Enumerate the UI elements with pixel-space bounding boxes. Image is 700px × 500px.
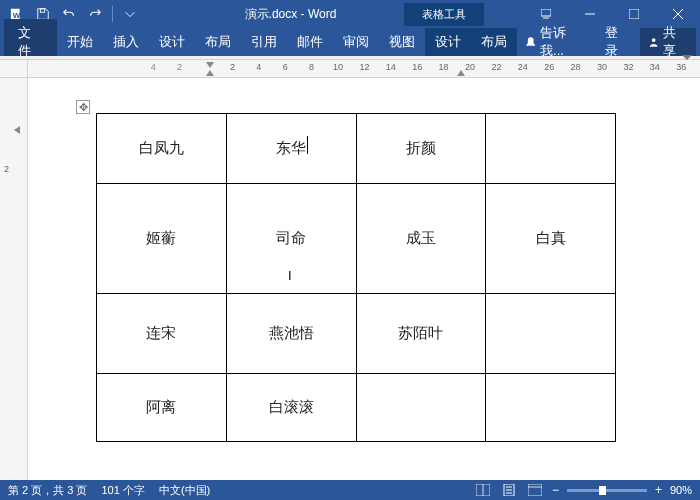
login-link[interactable]: 登录 (595, 24, 640, 60)
qat-customize-icon[interactable] (119, 3, 141, 25)
zoom-in-icon[interactable]: + (655, 483, 662, 497)
table-row: 阿离 白滚滚 (97, 374, 616, 442)
tab-review[interactable]: 审阅 (333, 28, 379, 56)
table-cell[interactable]: 白凤九 (97, 114, 227, 184)
table-cell[interactable]: 燕池悟 (226, 294, 356, 374)
table-cell[interactable]: 白滚滚 (226, 374, 356, 442)
word-count[interactable]: 101 个字 (101, 483, 144, 498)
document-table[interactable]: 白凤九 东华 折颜 姬蘅 司命 成玉 白真 连宋 燕池悟 苏陌叶 阿离 白滚滚 (96, 113, 616, 442)
table-cell[interactable]: 苏陌叶 (356, 294, 486, 374)
svg-rect-3 (541, 9, 551, 16)
table-cell[interactable] (356, 374, 486, 442)
share-button[interactable]: 共享 (640, 28, 696, 56)
undo-icon[interactable] (58, 3, 80, 25)
ribbon-tabs: 文件 开始 插入 设计 布局 引用 邮件 审阅 视图 设计 布局 告诉我... … (0, 28, 700, 56)
status-bar: 第 2 页，共 3 页 101 个字 中文(中国) − + 90% (0, 480, 700, 500)
table-move-handle-icon[interactable]: ✥ (76, 100, 90, 114)
zoom-level[interactable]: 90% (670, 484, 692, 496)
tab-design[interactable]: 设计 (149, 28, 195, 56)
svg-point-5 (652, 38, 656, 42)
tab-insert[interactable]: 插入 (103, 28, 149, 56)
print-layout-icon[interactable] (500, 483, 518, 497)
table-tools-context: 表格工具 (404, 3, 484, 26)
tab-references[interactable]: 引用 (241, 28, 287, 56)
web-layout-icon[interactable] (526, 483, 544, 497)
window-title: 演示.docx - Word (147, 6, 404, 23)
table-cell[interactable]: 成玉 (356, 184, 486, 294)
tab-mailings[interactable]: 邮件 (287, 28, 333, 56)
table-cell[interactable]: 连宋 (97, 294, 227, 374)
svg-rect-4 (629, 9, 639, 19)
vertical-ruler[interactable]: 2 (0, 78, 28, 480)
tab-view[interactable]: 视图 (379, 28, 425, 56)
tab-home[interactable]: 开始 (57, 28, 103, 56)
document-page[interactable]: ✥ 白凤九 东华 折颜 姬蘅 司命 成玉 白真 连宋 燕池悟 苏陌叶 阿离 (28, 78, 700, 480)
svg-rect-2 (40, 9, 44, 13)
table-row: 白凤九 东华 折颜 (97, 114, 616, 184)
table-cell[interactable]: 白真 (486, 184, 616, 294)
page-indicator[interactable]: 第 2 页，共 3 页 (8, 483, 87, 498)
table-row: 姬蘅 司命 成玉 白真 (97, 184, 616, 294)
zoom-slider[interactable] (567, 489, 647, 492)
table-cell[interactable] (486, 114, 616, 184)
horizontal-ruler[interactable]: 4224681012141618202224262830323436384042… (28, 60, 700, 77)
svg-rect-8 (528, 484, 542, 496)
read-mode-icon[interactable] (474, 483, 492, 497)
table-cell[interactable] (486, 294, 616, 374)
table-cell[interactable] (486, 374, 616, 442)
zoom-out-icon[interactable]: − (552, 483, 559, 497)
table-cell[interactable]: 姬蘅 (97, 184, 227, 294)
ruler-corner (0, 60, 28, 77)
table-cell[interactable]: 折颜 (356, 114, 486, 184)
tab-layout[interactable]: 布局 (195, 28, 241, 56)
language-indicator[interactable]: 中文(中国) (159, 483, 210, 498)
tab-table-design[interactable]: 设计 (425, 28, 471, 56)
table-cell[interactable]: 东华 (226, 114, 356, 184)
tab-table-layout[interactable]: 布局 (471, 28, 517, 56)
text-cursor-icon: I (288, 268, 292, 283)
tell-me[interactable]: 告诉我... (517, 24, 596, 60)
table-row: 连宋 燕池悟 苏陌叶 (97, 294, 616, 374)
redo-icon[interactable] (84, 3, 106, 25)
table-cell[interactable]: 阿离 (97, 374, 227, 442)
